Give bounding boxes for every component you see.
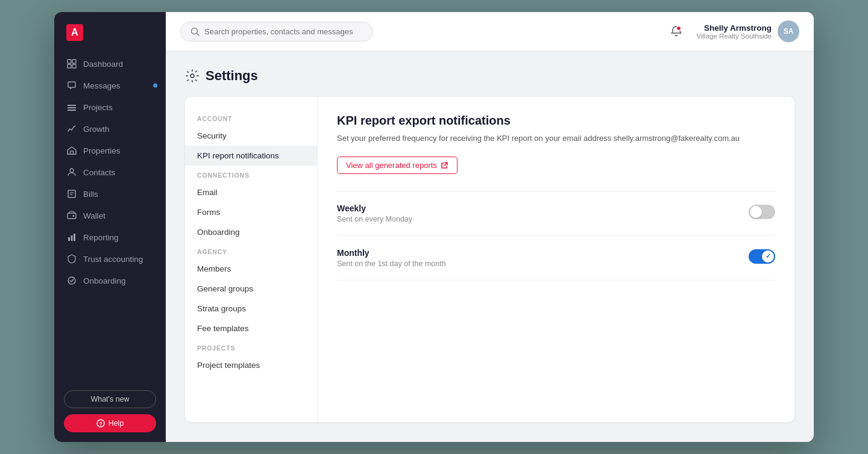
- main-content: Shelly Armstrong Village Realty Southsid…: [166, 12, 814, 442]
- weekly-toggle-switch[interactable]: [749, 205, 775, 219]
- header: Shelly Armstrong Village Realty Southsid…: [166, 12, 814, 51]
- weekly-toggle-row: Weekly Sent on every Monday: [337, 191, 775, 236]
- sidebar-label-wallet: Wallet: [83, 211, 105, 220]
- settings-gear-icon: [185, 69, 200, 83]
- svg-rect-9: [68, 190, 75, 197]
- onboarding-icon: [66, 275, 77, 286]
- logo-icon: A: [66, 24, 83, 41]
- sidebar-label-onboarding: Onboarding: [83, 276, 126, 285]
- settings-panel: ACCOUNT Security KPI report notification…: [185, 97, 794, 422]
- view-reports-label: View all generated reports: [346, 161, 437, 170]
- sidebar-bottom: What's new ? Help: [54, 381, 166, 442]
- user-text: Shelly Armstrong Village Realty Southsid…: [697, 23, 772, 40]
- messages-icon: [66, 80, 77, 91]
- svg-point-22: [676, 26, 681, 31]
- monthly-toggle-sublabel: Sent on the 1st day of the month: [337, 260, 446, 268]
- sidebar-item-wallet[interactable]: Wallet: [54, 205, 166, 226]
- sidebar-item-reporting[interactable]: Reporting: [54, 226, 166, 248]
- properties-icon: [66, 145, 77, 156]
- sidebar-item-onboarding[interactable]: Onboarding: [54, 270, 166, 291]
- monthly-toggle-label: Monthly: [337, 248, 446, 258]
- sidebar-item-properties[interactable]: Properties: [54, 140, 166, 161]
- svg-rect-16: [74, 234, 75, 241]
- sidebar-label-growth: Growth: [83, 125, 110, 134]
- sidebar-item-dashboard[interactable]: Dashboard: [54, 53, 166, 75]
- settings-nav-fee-templates[interactable]: Fee templates: [185, 319, 317, 338]
- monthly-toggle-switch[interactable]: ✓: [749, 249, 775, 264]
- settings-nav-general-groups[interactable]: General groups: [185, 279, 317, 299]
- dashboard-icon: [66, 58, 77, 69]
- sidebar-label-trust-accounting: Trust accounting: [83, 255, 143, 264]
- sidebar: A Dashboard: [54, 12, 166, 442]
- messages-notification-dot: [153, 84, 157, 88]
- section-label-account: ACCOUNT: [185, 109, 317, 126]
- help-label: Help: [108, 419, 124, 428]
- page-header: Settings: [185, 68, 794, 84]
- settings-nav-forms[interactable]: Forms: [185, 202, 317, 222]
- growth-icon: [66, 123, 77, 134]
- search-icon: [190, 27, 200, 36]
- svg-rect-3: [72, 64, 76, 68]
- sidebar-label-bills: Bills: [83, 190, 98, 199]
- user-name: Shelly Armstrong: [697, 23, 772, 33]
- svg-rect-6: [68, 110, 76, 111]
- settings-nav-security[interactable]: Security: [185, 126, 317, 146]
- settings-nav-strata-groups[interactable]: Strata groups: [185, 299, 317, 319]
- svg-rect-2: [68, 64, 71, 68]
- settings-nav-kpi-notifications[interactable]: KPI report notifications: [185, 146, 317, 166]
- svg-point-13: [73, 215, 75, 217]
- projects-icon: [66, 102, 77, 113]
- svg-rect-7: [71, 151, 74, 154]
- kpi-section-title: KPI report export notifications: [337, 114, 775, 128]
- sidebar-label-projects: Projects: [83, 103, 113, 112]
- weekly-toggle-label: Weekly: [337, 204, 412, 213]
- page-title: Settings: [206, 68, 258, 84]
- toggle-check-icon: ✓: [766, 252, 771, 260]
- sidebar-label-reporting: Reporting: [83, 233, 119, 242]
- sidebar-item-messages[interactable]: Messages: [54, 75, 166, 96]
- weekly-toggle-knob: [750, 206, 762, 218]
- help-circle-icon: ?: [96, 419, 105, 428]
- kpi-section-description: Set your preferred frequency for receivi…: [337, 132, 775, 145]
- settings-nav-project-templates[interactable]: Project templates: [185, 355, 317, 375]
- help-button[interactable]: ? Help: [64, 414, 156, 432]
- svg-point-17: [68, 277, 75, 284]
- settings-nav-onboarding[interactable]: Onboarding: [185, 222, 317, 242]
- settings-main-panel: KPI report export notifications Set your…: [318, 97, 794, 422]
- sidebar-label-properties: Properties: [83, 146, 121, 155]
- sidebar-item-projects[interactable]: Projects: [54, 96, 166, 118]
- svg-rect-1: [72, 60, 76, 63]
- sidebar-logo: A: [54, 12, 166, 51]
- monthly-toggle-row: Monthly Sent on the 1st day of the month…: [337, 236, 775, 281]
- section-label-agency: AGENCY: [185, 242, 317, 259]
- settings-nav-email[interactable]: Email: [185, 182, 317, 202]
- sidebar-item-bills[interactable]: Bills: [54, 183, 166, 205]
- svg-rect-12: [68, 213, 76, 219]
- svg-point-8: [70, 169, 74, 172]
- settings-nav-members[interactable]: Members: [185, 259, 317, 279]
- svg-text:?: ?: [99, 421, 102, 427]
- search-bar[interactable]: [180, 22, 373, 42]
- sidebar-item-trust-accounting[interactable]: Trust accounting: [54, 248, 166, 270]
- external-link-icon: [441, 161, 448, 169]
- search-input[interactable]: [204, 27, 363, 36]
- app-container: A Dashboard: [54, 12, 814, 442]
- contacts-icon: [66, 167, 77, 178]
- view-reports-link[interactable]: View all generated reports: [337, 157, 458, 174]
- sidebar-item-growth[interactable]: Growth: [54, 118, 166, 140]
- sidebar-label-messages: Messages: [83, 81, 121, 90]
- notifications-button[interactable]: [665, 20, 687, 42]
- page-content: Settings ACCOUNT Security KPI report not…: [166, 51, 814, 442]
- sidebar-item-contacts[interactable]: Contacts: [54, 161, 166, 183]
- monthly-toggle-info: Monthly Sent on the 1st day of the month: [337, 248, 446, 268]
- svg-line-21: [197, 33, 200, 36]
- svg-rect-14: [68, 237, 70, 241]
- svg-rect-15: [71, 235, 73, 241]
- user-menu[interactable]: Shelly Armstrong Village Realty Southsid…: [697, 20, 799, 42]
- svg-rect-4: [68, 105, 76, 106]
- settings-sidebar: ACCOUNT Security KPI report notification…: [185, 97, 318, 422]
- whats-new-button[interactable]: What's new: [64, 390, 156, 408]
- section-label-projects: PROJECTS: [185, 338, 317, 355]
- sidebar-nav: Dashboard Messages: [54, 51, 166, 381]
- user-company: Village Realty Southside: [697, 33, 772, 40]
